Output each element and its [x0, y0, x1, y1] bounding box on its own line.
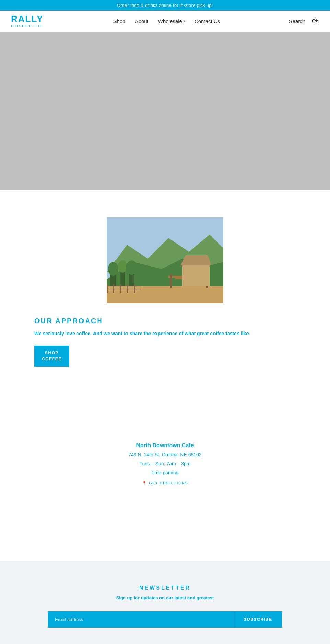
header-right: Search 🛍	[289, 17, 319, 25]
location-section: North Downtown Cafe 749 N. 14th St. Omah…	[0, 429, 330, 499]
top-banner: Order food & drinks online for in-store …	[0, 0, 330, 11]
newsletter-title: NEWSLETTER	[139, 585, 191, 591]
svg-point-5	[108, 262, 118, 276]
nav-contact[interactable]: Contact Us	[195, 18, 220, 24]
logo-sub: COFFEE CO.	[11, 24, 44, 28]
top-banner-text: Order food & drinks online for in-store …	[117, 3, 213, 8]
about-section: OUR APPROACH We seriously love coffee. A…	[0, 190, 330, 387]
main-nav: Shop About Wholesale ▾ Contact Us	[113, 18, 220, 24]
approach-description: We seriously love coffee. And we want to…	[34, 330, 296, 337]
svg-rect-20	[127, 284, 128, 293]
svg-rect-0	[0, 32, 330, 190]
svg-point-7	[118, 260, 128, 273]
newsletter-form: SUBSCRIBE	[48, 611, 282, 628]
svg-point-9	[126, 260, 137, 275]
search-link[interactable]: Search	[289, 18, 305, 24]
nav-about[interactable]: About	[135, 18, 148, 24]
cart-icon[interactable]: 🛍	[312, 17, 319, 25]
location-hours: Tues – Sun: 7am – 3pm	[140, 461, 191, 466]
header: RALLY COFFEE CO. Shop About Wholesale ▾ …	[0, 11, 330, 32]
chevron-down-icon: ▾	[183, 19, 185, 23]
svg-marker-16	[180, 255, 211, 265]
nav-shop[interactable]: Shop	[113, 18, 125, 24]
location-name: North Downtown Cafe	[136, 442, 194, 449]
email-input[interactable]	[48, 611, 234, 628]
approach-title: OUR APPROACH	[34, 317, 296, 325]
svg-rect-15	[182, 265, 210, 286]
hero-image	[0, 32, 330, 190]
shop-coffee-button[interactable]: SHOPCOFFEE	[34, 346, 69, 367]
spacer-2	[0, 499, 330, 540]
spacer-1	[0, 387, 330, 429]
about-image	[107, 217, 223, 303]
svg-rect-18	[113, 284, 114, 293]
nav-wholesale[interactable]: Wholesale ▾	[158, 18, 185, 24]
approach-content: OUR APPROACH We seriously love coffee. A…	[34, 317, 296, 367]
get-directions-link[interactable]: 📍 GET DIRECTIONS	[142, 481, 188, 485]
logo[interactable]: RALLY COFFEE CO.	[11, 14, 44, 28]
subscribe-button[interactable]: SUBSCRIBE	[234, 611, 282, 628]
newsletter-section: NEWSLETTER Sign up for updates on our la…	[0, 561, 330, 644]
logo-brand: RALLY	[11, 14, 44, 24]
pin-icon: 📍	[142, 481, 147, 485]
svg-rect-13	[170, 274, 172, 288]
location-parking: Free parking	[152, 470, 179, 475]
newsletter-subtitle: Sign up for updates on our latest and gr…	[116, 595, 214, 600]
location-address: 749 N. 14th St. Omaha, NE 68102	[128, 452, 201, 457]
